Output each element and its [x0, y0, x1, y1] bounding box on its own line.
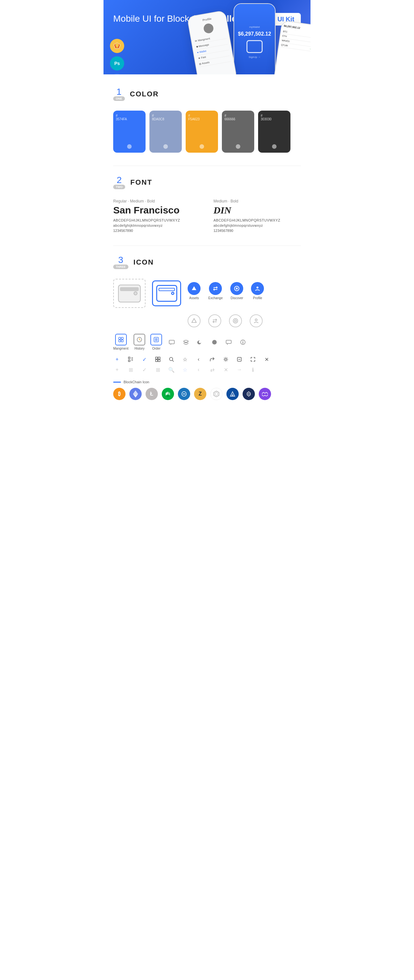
section-3-number: 3 THREE	[113, 256, 128, 269]
check-icon: ✓	[140, 355, 148, 363]
svg-rect-22	[226, 340, 231, 344]
font-din: Medium · Bold DIN ABCDEFGHIJKLMNOPQRSTUV…	[213, 199, 301, 232]
lisk-icon	[226, 388, 239, 400]
management-icon	[115, 334, 127, 345]
svg-rect-12	[119, 340, 121, 342]
svg-rect-19	[169, 340, 174, 344]
search-icon	[167, 355, 175, 363]
icon-main-row: Assets Exchange Discover Profile	[113, 279, 301, 308]
chevron-left-icon: ‹	[195, 355, 202, 363]
svg-marker-6	[192, 318, 196, 323]
profile-icon-item: Profile	[251, 282, 264, 300]
assets-outline-icon-item	[188, 314, 201, 327]
profile-outline-icon-item	[250, 314, 263, 327]
font-section: Regular · Medium · Bold San Francisco AB…	[113, 199, 301, 232]
history-icon	[134, 334, 145, 345]
download-icon	[236, 355, 243, 363]
icon-section-header: 3 THREE ICON	[113, 256, 301, 269]
tools-row-dim: + ⊞ ✓ ⊞ 🔍 ☆ ‹ ⇄ ✕ → ℹ	[113, 366, 301, 374]
hex-icon	[210, 388, 223, 400]
exchange-icon	[209, 282, 222, 295]
discover-outline-icon	[229, 314, 242, 327]
order-icon-item: Order	[150, 334, 162, 350]
section-2-number: 2 TWO	[113, 176, 125, 189]
matic-icon	[259, 388, 271, 400]
svg-rect-33	[158, 357, 160, 359]
bitcoin-icon: ₿	[113, 388, 126, 400]
svg-rect-35	[158, 360, 160, 361]
close-icon: ✕	[263, 355, 271, 363]
assets-icon-item: Assets	[188, 282, 201, 300]
ardr-icon	[243, 388, 255, 400]
svg-point-7	[233, 318, 238, 323]
swatch-dark: #303030	[258, 111, 290, 153]
stack-icon	[182, 338, 191, 347]
svg-point-38	[225, 358, 227, 360]
font-san-francisco: Regular · Medium · Bold San Francisco AB…	[113, 199, 201, 232]
exchange-icon-item: Exchange	[208, 282, 223, 300]
plus-icon: +	[113, 355, 121, 363]
svg-rect-27	[128, 357, 130, 359]
neo-icon	[162, 388, 174, 400]
nav-icons-outline	[188, 314, 301, 327]
info-icon	[238, 338, 247, 347]
swatch-gray: #666666	[222, 111, 254, 153]
svg-rect-28	[128, 360, 130, 361]
crypto-icons-row: ₿ Ł Z	[113, 388, 301, 400]
svg-point-9	[255, 319, 257, 321]
color-swatches: #3574FA #8DA0C8 #F5A623 #666666 #303030	[113, 111, 301, 153]
profile-outline-icon	[250, 314, 263, 327]
svg-rect-10	[119, 337, 121, 339]
comment-icon	[224, 338, 233, 347]
color-section-header: 1 ONE COLOR	[113, 88, 301, 101]
svg-point-5	[256, 286, 258, 288]
blockchain-line	[113, 382, 121, 383]
svg-marker-43	[168, 392, 170, 396]
management-icon-item: Mangment	[113, 334, 128, 350]
exchange-outline-icon	[208, 314, 221, 327]
swatch-blue-gray: #8DA0C8	[150, 111, 182, 153]
svg-point-21	[212, 340, 217, 344]
svg-point-8	[234, 320, 236, 322]
assets-outline-icon	[188, 314, 201, 327]
font-section-header: 2 TWO FONT	[113, 176, 301, 189]
swatch-blue: #3574FA	[113, 111, 145, 153]
screens-badge: 60+ Screens	[110, 74, 124, 75]
phone-right: $6,297,502.12 BTC+5% ETH+2% WAVES-1% QTU…	[273, 20, 310, 75]
star-icon: ☆	[181, 355, 189, 363]
gear-icon	[222, 355, 230, 363]
svg-rect-13	[121, 340, 123, 342]
wallet-filled-icon	[152, 280, 181, 306]
ethereum-icon	[129, 388, 142, 400]
svg-marker-45	[166, 396, 170, 397]
sketch-badge	[110, 39, 124, 53]
order-icon	[150, 334, 162, 345]
hero-badges: Ps 60+ Screens	[110, 39, 124, 75]
main-content: 1 ONE COLOR #3574FA #8DA0C8 #F5A623 #666…	[104, 75, 310, 413]
qr-icon	[154, 355, 162, 363]
moon-icon	[196, 338, 205, 347]
litecoin-icon: Ł	[145, 388, 158, 400]
svg-marker-47	[214, 391, 219, 397]
zcash-icon: Z	[194, 388, 206, 400]
grid-icon	[127, 355, 135, 363]
svg-marker-52	[248, 393, 250, 396]
swatch-orange: #F5A623	[186, 111, 218, 153]
wallet-wireframe-icon	[113, 279, 145, 308]
history-icon-item: History	[134, 334, 145, 350]
circle-icon	[210, 338, 219, 347]
bottom-nav-icons: Mangment History Order	[113, 334, 301, 350]
hero-section: Mobile UI for Blockchain Wallet UI Kit P…	[104, 0, 310, 75]
blockchain-label: BlockChain Icon	[113, 380, 301, 384]
dash-icon	[178, 388, 190, 400]
section-1-number: 1 ONE	[113, 88, 125, 101]
svg-rect-32	[156, 357, 158, 359]
phone-mockups: Profile ✉ Mangment ◆ Message ● Wallet ★ …	[192, 3, 310, 75]
exchange-outline-icon-item	[208, 314, 221, 327]
tools-row-1: + ✓ ☆ ‹ ✕	[113, 355, 301, 363]
svg-marker-2	[192, 286, 196, 290]
svg-marker-44	[166, 392, 168, 396]
assets-icon	[188, 282, 201, 295]
svg-point-4	[236, 288, 238, 290]
expand-icon	[249, 355, 257, 363]
